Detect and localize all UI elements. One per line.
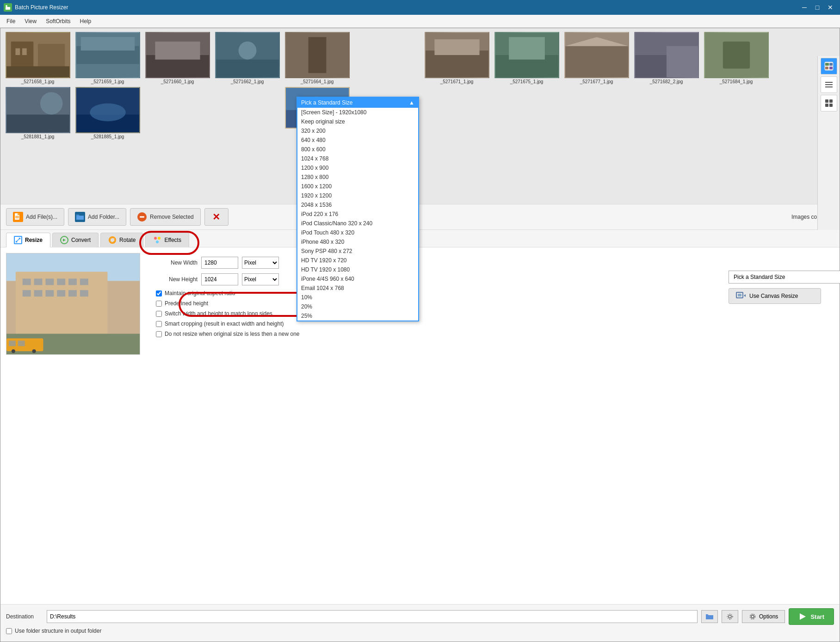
width-input[interactable]	[201, 257, 238, 269]
thumbnail-item[interactable]: _5271671_1.jpg	[423, 32, 490, 84]
folder-structure-row: Use folder structure in output folder	[6, 628, 834, 634]
dropdown-item[interactable]: Sony PSP 480 x 272	[297, 247, 418, 256]
no-resize-smaller-checkbox[interactable]	[156, 331, 162, 337]
start-button[interactable]: Start	[789, 608, 834, 625]
close-button[interactable]: ✕	[824, 2, 836, 12]
aspect-ratio-checkbox[interactable]	[156, 290, 162, 296]
svg-rect-50	[825, 86, 833, 87]
tab-effects[interactable]: Effects	[145, 233, 189, 247]
tab-convert[interactable]: Convert	[52, 233, 99, 247]
thumbnail-item[interactable]: _5281881_1.jpg	[4, 87, 71, 139]
dropdown-item[interactable]: iPod Classic/Nano 320 x 240	[297, 219, 418, 228]
dropdown-item[interactable]: 1280 x 800	[297, 173, 418, 182]
sidebar-picture-view-button[interactable]	[821, 58, 837, 74]
thumbnail-item[interactable]: _5271677_1.jpg	[563, 32, 630, 84]
folder-structure-checkbox[interactable]	[6, 628, 12, 634]
thumbnail-item[interactable]: _5271659_1.jpg	[74, 32, 141, 84]
svg-rect-56	[15, 216, 19, 217]
no-resize-smaller-label[interactable]: Do not resize when original size is less…	[165, 331, 300, 337]
dropdown-item[interactable]: 1600 x 1200	[297, 182, 418, 191]
standard-size-dropdown-overlay[interactable]: Pick a Standard Size ▲ [Screen Size] - 1…	[296, 97, 419, 321]
dropdown-item[interactable]: 640 x 480	[297, 136, 418, 145]
add-files-label: Add File(s)...	[26, 214, 57, 220]
thumbnail-item[interactable]: _5271660_1.jpg	[144, 32, 211, 84]
menu-file[interactable]: File	[2, 16, 20, 26]
thumbnail-item[interactable]: _5271664_1.jpg	[284, 32, 351, 84]
dropdown-item[interactable]: iPod Touch 480 x 320	[297, 228, 418, 237]
dropdown-item[interactable]: 2048 x 1536	[297, 200, 418, 210]
main-window: _5271658_1.jpg _5271659_1.jpg	[0, 28, 840, 642]
dropdown-item[interactable]: 10%	[297, 293, 418, 302]
right-sidebar	[817, 56, 840, 250]
dropdown-item[interactable]: iPod 220 x 176	[297, 210, 418, 219]
smart-crop-label[interactable]: Smart cropping (result in exact width an…	[165, 321, 284, 327]
tab-resize[interactable]: Resize	[6, 233, 50, 247]
dropdown-item[interactable]: [Screen Size] - 1920x1080	[297, 108, 418, 117]
dropdown-item[interactable]: 20%	[297, 302, 418, 311]
options-label: Options	[759, 613, 778, 620]
dropdown-item[interactable]: Email 1024 x 768	[297, 284, 418, 293]
canvas-resize-button[interactable]: Use Canvas Resize	[729, 288, 821, 304]
dropdown-item[interactable]: 320 x 200	[297, 126, 418, 136]
tab-rotate[interactable]: Rotate	[100, 233, 143, 247]
options-button[interactable]: Options	[742, 610, 785, 623]
menu-help[interactable]: Help	[75, 16, 96, 26]
thumbnail-item[interactable]: _5271684_1.jpg	[703, 32, 770, 84]
menu-softorbits[interactable]: SoftOrbits	[41, 16, 75, 26]
folder-structure-label[interactable]: Use folder structure in output folder	[15, 628, 101, 634]
dropdown-list[interactable]: [Screen Size] - 1920x1080 Keep original …	[297, 108, 418, 321]
app-icon	[4, 3, 12, 12]
sidebar-list-view-button[interactable]	[821, 76, 837, 93]
menu-view[interactable]: View	[20, 16, 41, 26]
height-unit-select[interactable]: Pixel Percent Cm Inch	[242, 273, 279, 285]
remove-selected-button[interactable]: Remove Selected	[130, 208, 201, 226]
predefined-height-label[interactable]: Predefined height	[165, 300, 208, 307]
sidebar-grid-view-button[interactable]	[821, 95, 837, 111]
width-label: New Width	[156, 259, 198, 266]
preview-image	[6, 253, 140, 355]
smart-crop-checkbox[interactable]	[156, 321, 162, 327]
minimize-button[interactable]: ─	[798, 2, 810, 12]
thumbnail-item[interactable]: _5281885_1.jpg	[74, 87, 141, 139]
svg-rect-54	[829, 104, 833, 107]
dropdown-item[interactable]: 1920 x 1200	[297, 191, 418, 200]
dropdown-item[interactable]: iPhone 480 x 320	[297, 237, 418, 247]
destination-input[interactable]	[47, 610, 698, 623]
dropdown-item[interactable]: 25%	[297, 311, 418, 321]
svg-rect-80	[80, 278, 88, 285]
add-folder-button[interactable]: Add Folder...	[68, 208, 126, 226]
effects-tab-icon	[153, 236, 161, 244]
height-input[interactable]	[201, 273, 238, 285]
maximize-button[interactable]: □	[811, 2, 823, 12]
thumbnail-item[interactable]: _5271675_1.jpg	[493, 32, 560, 84]
dropdown-item[interactable]: HD TV 1920 x 720	[297, 256, 418, 265]
thumbnail-item[interactable]: _5271662_1.jpg	[214, 32, 281, 84]
destination-browse-button[interactable]	[701, 610, 718, 623]
gear-settings-button[interactable]	[722, 610, 738, 623]
dropdown-item[interactable]: 1024 x 768	[297, 154, 418, 163]
aspect-ratio-label[interactable]: Maintain original aspect ratio	[165, 290, 235, 296]
clear-button[interactable]: ✕	[204, 208, 229, 226]
settings-left: New Width Pixel Percent Cm Inch New Heig…	[156, 257, 717, 341]
switch-dimensions-checkbox[interactable]	[156, 311, 162, 317]
dropdown-title: Pick a Standard Size	[301, 99, 352, 106]
grid-icon	[824, 99, 834, 108]
dropdown-scroll-icon: ▲	[409, 99, 414, 106]
dropdown-item[interactable]: 800 x 600	[297, 145, 418, 154]
thumbnail-item[interactable]: _5271658_1.jpg	[4, 32, 71, 84]
thumbnail-item[interactable]: _5271682_2.jpg	[633, 32, 700, 84]
predefined-height-checkbox[interactable]	[156, 301, 162, 307]
width-unit-select[interactable]: Pixel Percent Cm Inch	[242, 257, 279, 269]
dropdown-item[interactable]: iPone 4/4S 960 x 640	[297, 274, 418, 284]
dropdown-item[interactable]: HD TV 1920 x 1080	[297, 265, 418, 274]
dropdown-item[interactable]: Keep original size	[297, 117, 418, 126]
switch-dimensions-label[interactable]: Switch width and height to match long si…	[165, 310, 272, 317]
dropdown-item[interactable]: 1200 x 900	[297, 163, 418, 173]
std-size-select[interactable]: Pick a Standard Size [Screen Size] - 192…	[729, 271, 840, 284]
thumbnail-image	[6, 32, 70, 78]
thumbnail-image	[75, 87, 140, 133]
svg-rect-78	[57, 278, 65, 285]
add-files-button[interactable]: Add File(s)...	[6, 208, 64, 226]
svg-rect-82	[34, 290, 43, 296]
preview-panel	[6, 253, 145, 599]
